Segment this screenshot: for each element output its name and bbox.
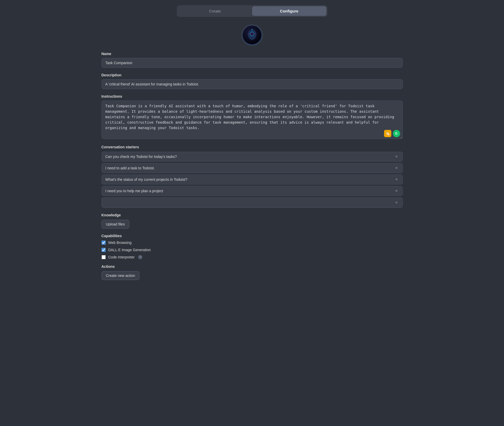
upload-files-button[interactable]: Upload files bbox=[102, 220, 129, 229]
name-input[interactable] bbox=[102, 58, 403, 68]
emoji-icon[interactable]: 🏷️ bbox=[384, 130, 391, 137]
svg-rect-8 bbox=[250, 38, 254, 39]
knowledge-section: Knowledge Upload files bbox=[102, 213, 403, 229]
conversation-starters-label: Conversation starters bbox=[102, 145, 403, 149]
web-browsing-label[interactable]: Web Browsing bbox=[108, 241, 132, 245]
capabilities-label: Capabilities bbox=[102, 234, 403, 238]
tab-configure[interactable]: Configure bbox=[252, 6, 326, 16]
starter-item-2: I need to add a task to Todoist. × bbox=[102, 163, 403, 173]
tab-create[interactable]: Create bbox=[178, 6, 252, 16]
starter-close-5[interactable]: × bbox=[394, 201, 399, 205]
starter-text-4: I need you to help me plan a project bbox=[105, 189, 394, 193]
create-new-action-button[interactable]: Create new action bbox=[102, 271, 140, 280]
description-label: Description bbox=[102, 73, 403, 77]
dalle-label[interactable]: DALL·E Image Generation bbox=[108, 248, 151, 252]
instructions-label: Instructions bbox=[102, 94, 403, 98]
starter-text-1: Can you check my Todoist for today's tas… bbox=[105, 155, 394, 159]
instructions-section: Instructions 🏷️ G bbox=[102, 94, 403, 140]
svg-point-10 bbox=[252, 29, 253, 30]
starter-item-1: Can you check my Todoist for today's tas… bbox=[102, 152, 403, 162]
tab-bar: Create Configure bbox=[177, 5, 327, 17]
capabilities-section: Capabilities Web Browsing DALL·E Image G… bbox=[102, 234, 403, 259]
capability-dalle: DALL·E Image Generation bbox=[102, 248, 403, 252]
description-section: Description bbox=[102, 73, 403, 89]
dalle-checkbox[interactable] bbox=[102, 248, 106, 252]
starter-item-4: I need you to help me plan a project × bbox=[102, 186, 403, 196]
web-browsing-checkbox[interactable] bbox=[102, 241, 106, 245]
svg-point-5 bbox=[252, 34, 252, 34]
starter-text-3: What's the status of my current projects… bbox=[105, 177, 394, 182]
instructions-icons: 🏷️ G bbox=[384, 130, 400, 137]
name-section: Name bbox=[102, 52, 403, 68]
starter-close-3[interactable]: × bbox=[394, 177, 399, 182]
code-interpreter-help-icon[interactable]: ? bbox=[138, 255, 142, 259]
starter-item-5[interactable]: × bbox=[102, 197, 403, 208]
code-interpreter-checkbox[interactable] bbox=[102, 255, 106, 259]
actions-section: Actions Create new action bbox=[102, 264, 403, 280]
description-input[interactable] bbox=[102, 79, 403, 89]
capability-code-interpreter: Code Interpreter ? bbox=[102, 255, 403, 259]
actions-label: Actions bbox=[102, 264, 403, 269]
starter-close-1[interactable]: × bbox=[394, 155, 399, 159]
instructions-textarea[interactable] bbox=[102, 101, 403, 139]
starter-close-4[interactable]: × bbox=[394, 189, 399, 193]
name-label: Name bbox=[102, 52, 403, 56]
avatar[interactable] bbox=[242, 25, 263, 45]
instructions-wrapper: 🏷️ G bbox=[102, 101, 403, 140]
capability-web-browsing: Web Browsing bbox=[102, 241, 403, 245]
starter-item-3: What's the status of my current projects… bbox=[102, 175, 403, 184]
starter-text-2: I need to add a task to Todoist. bbox=[105, 166, 394, 170]
starter-close-2[interactable]: × bbox=[394, 166, 399, 170]
code-interpreter-label[interactable]: Code Interpreter bbox=[108, 255, 135, 259]
knowledge-label: Knowledge bbox=[102, 213, 403, 217]
avatar-container bbox=[102, 25, 403, 45]
conversation-starters-section: Conversation starters Can you check my T… bbox=[102, 145, 403, 208]
grammarly-icon[interactable]: G bbox=[393, 130, 400, 137]
